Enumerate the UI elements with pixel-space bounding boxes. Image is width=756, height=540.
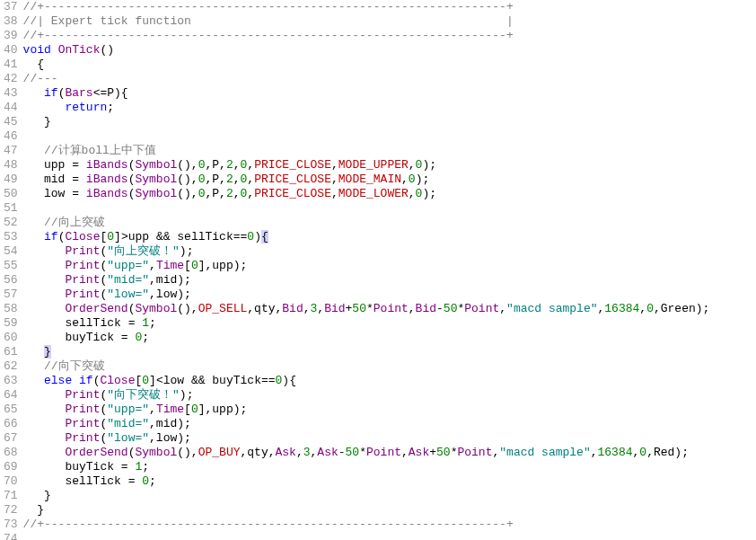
line-number: 67 bbox=[4, 431, 18, 446]
code-token: , bbox=[149, 403, 156, 416]
line-number-gutter: 3738394041424344454647484950515253545556… bbox=[0, 0, 23, 540]
code-token: 0 bbox=[191, 259, 198, 272]
code-line[interactable]: if(Close[0]>upp && sellTick==0){ bbox=[23, 230, 756, 244]
code-token bbox=[23, 244, 66, 258]
code-line[interactable]: Print("low=",low); bbox=[23, 431, 756, 446]
code-line[interactable]: Print("upp=",Time[0],upp); bbox=[23, 259, 756, 273]
code-token bbox=[23, 288, 66, 301]
code-token bbox=[72, 374, 79, 387]
code-token: OrderSend bbox=[65, 446, 127, 459]
code-line[interactable]: sellTick = 0; bbox=[23, 474, 756, 489]
code-token: Ask bbox=[276, 446, 296, 459]
code-line[interactable]: buyTick = 1; bbox=[23, 460, 756, 474]
code-token: sellTick = bbox=[23, 474, 143, 488]
code-line[interactable]: } bbox=[23, 345, 756, 359]
code-token: "mid=" bbox=[107, 273, 149, 287]
code-token: , bbox=[499, 302, 506, 315]
code-line[interactable]: //| Expert tick function | bbox=[23, 14, 756, 29]
code-token: ; bbox=[107, 101, 114, 114]
code-token: [ bbox=[184, 403, 191, 416]
code-line[interactable]: Print("向上突破！"); bbox=[23, 244, 756, 259]
code-token: OP_BUY bbox=[198, 446, 241, 459]
code-token: Symbol bbox=[135, 173, 177, 186]
code-token: iBands bbox=[86, 158, 128, 172]
code-token: //向下突破 bbox=[44, 359, 105, 373]
code-token: Symbol bbox=[135, 187, 177, 200]
code-line[interactable]: buyTick = 0; bbox=[23, 331, 756, 345]
code-token: ); bbox=[422, 158, 436, 172]
code-line[interactable]: { bbox=[23, 58, 756, 72]
code-area[interactable]: //+-------------------------------------… bbox=[23, 0, 756, 540]
code-line[interactable]: OrderSend(Symbol(),OP_BUY,qty,Ask,3,Ask-… bbox=[23, 446, 756, 460]
code-token: Symbol bbox=[135, 302, 177, 315]
code-token: 0 bbox=[409, 173, 416, 186]
code-line[interactable]: mid = iBands(Symbol(),0,P,2,0,PRICE_CLOS… bbox=[23, 173, 756, 187]
code-line[interactable]: sellTick = 1; bbox=[23, 316, 756, 331]
code-line[interactable]: //+-------------------------------------… bbox=[23, 0, 756, 14]
code-token: ); bbox=[416, 173, 430, 186]
code-line[interactable]: //+-------------------------------------… bbox=[23, 518, 756, 532]
code-line[interactable] bbox=[23, 532, 756, 540]
line-number: 59 bbox=[4, 316, 18, 331]
code-line[interactable] bbox=[23, 201, 756, 216]
code-token: 16384 bbox=[598, 446, 633, 459]
code-token: ,low); bbox=[149, 431, 191, 445]
line-number: 44 bbox=[4, 101, 18, 115]
code-line[interactable]: //向上突破 bbox=[23, 216, 756, 230]
code-line[interactable]: Print("mid=",mid); bbox=[23, 273, 756, 288]
code-token: ],upp); bbox=[198, 403, 248, 416]
code-line[interactable]: //+-------------------------------------… bbox=[23, 29, 756, 43]
code-line[interactable]: //计算boll上中下值 bbox=[23, 144, 756, 158]
code-token: else bbox=[44, 374, 72, 387]
code-editor[interactable]: 3738394041424344454647484950515253545556… bbox=[0, 0, 756, 540]
code-line[interactable]: else if(Close[0]<low && buyTick==0){ bbox=[23, 374, 756, 388]
code-token: (), bbox=[177, 187, 198, 200]
code-token: 16384 bbox=[604, 302, 639, 315]
code-token: 50 bbox=[352, 302, 366, 315]
code-token: , bbox=[331, 173, 338, 186]
code-line[interactable]: Print("向下突破！"); bbox=[23, 388, 756, 403]
code-token bbox=[23, 273, 66, 287]
code-line[interactable]: if(Bars<=P){ bbox=[23, 86, 756, 101]
code-token: Point bbox=[366, 446, 401, 459]
code-token: buyTick = bbox=[23, 331, 136, 344]
code-line[interactable]: return; bbox=[23, 101, 756, 115]
code-token: Print bbox=[65, 288, 100, 301]
code-line[interactable]: } bbox=[23, 489, 756, 503]
code-token: { bbox=[261, 230, 268, 243]
code-line[interactable]: low = iBands(Symbol(),0,P,2,0,PRICE_CLOS… bbox=[23, 187, 756, 201]
code-line[interactable]: } bbox=[23, 115, 756, 129]
code-token bbox=[23, 446, 66, 459]
code-token bbox=[23, 86, 44, 100]
code-token: OnTick bbox=[58, 43, 101, 57]
code-line[interactable]: upp = iBands(Symbol(),0,P,2,0,PRICE_CLOS… bbox=[23, 158, 756, 173]
line-number: 66 bbox=[4, 417, 18, 431]
code-token: } bbox=[23, 489, 51, 502]
code-line[interactable]: //--- bbox=[23, 72, 756, 86]
code-token: ; bbox=[149, 316, 156, 330]
code-token: void bbox=[23, 43, 51, 57]
code-token: , bbox=[233, 158, 241, 172]
code-token: 50 bbox=[444, 302, 458, 315]
code-token: //| Expert tick function | bbox=[23, 14, 514, 28]
code-token: } bbox=[44, 345, 51, 359]
code-line[interactable]: Print("mid=",mid); bbox=[23, 417, 756, 431]
code-token: Print bbox=[65, 403, 100, 416]
code-token: Point bbox=[374, 302, 409, 315]
code-token: Print bbox=[65, 431, 100, 445]
code-token: , bbox=[247, 173, 254, 186]
code-token bbox=[23, 388, 66, 402]
code-line[interactable]: void OnTick() bbox=[23, 43, 756, 58]
line-number: 41 bbox=[4, 58, 18, 72]
code-token: Close bbox=[65, 230, 100, 243]
code-line[interactable] bbox=[23, 129, 756, 144]
code-line[interactable]: OrderSend(Symbol(),OP_SELL,qty,Bid,3,Bid… bbox=[23, 302, 756, 316]
code-line[interactable]: Print("upp=",Time[0],upp); bbox=[23, 403, 756, 417]
code-token: ]<low && buyTick== bbox=[149, 374, 275, 387]
line-number: 40 bbox=[4, 43, 18, 58]
code-line[interactable]: //向下突破 bbox=[23, 359, 756, 374]
code-token: ],upp); bbox=[198, 259, 248, 272]
code-line[interactable]: } bbox=[23, 503, 756, 518]
code-line[interactable]: Print("low=",low); bbox=[23, 288, 756, 302]
code-token: * bbox=[366, 302, 374, 315]
